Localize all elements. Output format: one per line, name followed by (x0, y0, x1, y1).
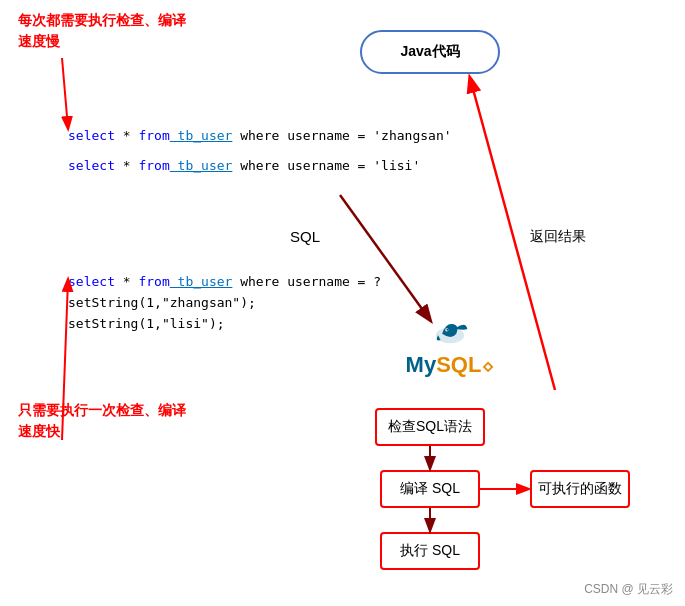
box-execute-sql: 执行 SQL (380, 532, 480, 570)
sql-line1: select * from tb_user where username = '… (68, 128, 452, 143)
mysql-dolphin-icon (420, 318, 480, 348)
annotation-top: 每次都需要执行检查、编译 速度慢 (18, 10, 186, 52)
watermark: CSDN @ 见云彩 (584, 581, 673, 598)
mysql-text: MySQL⬦ (406, 352, 495, 378)
ps-code-block: select * from tb_user where username = ?… (68, 272, 381, 334)
sql-line2: select * from tb_user where username = '… (68, 158, 420, 173)
svg-line-3 (62, 58, 68, 128)
canvas: 每次都需要执行检查、编译 速度慢 Java代码 select * from tb… (0, 0, 685, 606)
return-label: 返回结果 (530, 228, 586, 246)
box-compile-sql: 编译 SQL (380, 470, 480, 508)
box-check-sql: 检查SQL语法 (375, 408, 485, 446)
java-code-box: Java代码 (360, 30, 500, 74)
box-executable-func: 可执行的函数 (530, 470, 630, 508)
mysql-logo: MySQL⬦ (390, 318, 510, 378)
svg-point-2 (446, 329, 448, 331)
annotation-bottom: 只需要执行一次检查、编译 速度快 (18, 400, 186, 442)
sql-label: SQL (290, 228, 320, 245)
